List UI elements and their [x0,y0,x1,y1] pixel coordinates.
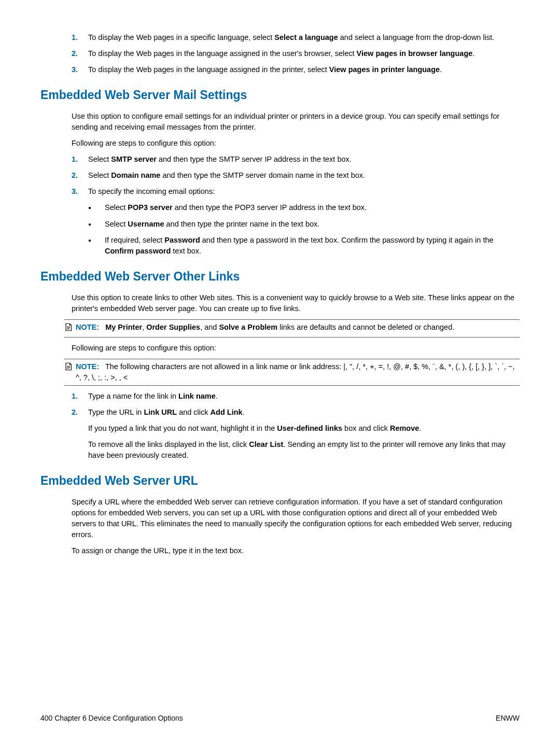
bullet-item: ● Select POP3 server and then type the P… [88,202,520,213]
bullet-icon: ● [88,235,105,257]
list-item: 2. Select Domain name and then type the … [72,170,520,181]
paragraph: To assign or change the URL, type it in … [72,545,520,556]
paragraph: If you typed a link that you do not want… [88,423,520,434]
list-text: Type a name for the link in Link name. [88,391,520,402]
paragraph: Following are steps to configure this op… [72,138,520,149]
bullet-icon: ● [88,219,105,230]
bullet-icon: ● [88,202,105,213]
list-number: 1. [72,32,88,43]
list-number: 2. [72,170,88,181]
list-item: 2. Type the URL in Link URL and click Ad… [72,407,520,418]
list-item: 1. Type a name for the link in Link name… [72,391,520,402]
list-item: 1. Select SMTP server and then type the … [72,154,520,165]
list-text: To display the Web pages in the language… [88,64,520,75]
note-text: NOTE: My Printer, Order Supplies, and So… [76,322,520,335]
list-text: To specify the incoming email options: [88,186,520,197]
paragraph: Specify a URL where the embedded Web ser… [72,497,520,540]
list-number: 2. [72,407,88,418]
list-number: 2. [72,48,88,59]
page-footer: 400 Chapter 6 Device Configuration Optio… [40,713,520,723]
list-item: 1. To display the Web pages in a specifi… [72,32,520,43]
paragraph: Use this option to create links to other… [72,292,520,314]
list-number: 1. [72,391,88,402]
list-text: To display the Web pages in a specific l… [88,32,520,43]
list-text: To display the Web pages in the language… [88,48,520,59]
heading-ews-url: Embedded Web Server URL [40,472,520,489]
note-text: NOTE: The following characters are not a… [76,361,520,383]
list-text: Select Domain name and then type the SMT… [88,170,520,181]
bullet-item: ● If required, select Password and then … [88,235,520,257]
list-text: Type the URL in Link URL and click Add L… [88,407,520,418]
list-text: Select SMTP server and then type the SMT… [88,154,520,165]
note-icon [64,322,76,335]
note: NOTE: The following characters are not a… [64,359,520,386]
bullet-text: If required, select Password and then ty… [105,235,520,257]
footer-left: 400 Chapter 6 Device Configuration Optio… [40,713,183,723]
bullet-text: Select Username and then type the printe… [105,219,520,230]
list-item: 3. To specify the incoming email options… [72,186,520,197]
heading-mail-settings: Embedded Web Server Mail Settings [40,87,520,104]
page: 1. To display the Web pages in a specifi… [0,0,560,745]
list-number: 1. [72,154,88,165]
note: NOTE: My Printer, Order Supplies, and So… [64,319,520,338]
bullet-item: ● Select Username and then type the prin… [88,219,520,230]
list-number: 3. [72,64,88,75]
list-number: 3. [72,186,88,197]
bullet-text: Select POP3 server and then type the POP… [105,202,520,213]
note-icon [64,362,76,383]
footer-right: ENWW [496,713,520,723]
paragraph: Use this option to configure email setti… [72,111,520,133]
list-item: 2. To display the Web pages in the langu… [72,48,520,59]
paragraph: To remove all the links displayed in the… [88,439,520,461]
heading-other-links: Embedded Web Server Other Links [40,268,520,285]
paragraph: Following are steps to configure this op… [72,343,520,354]
list-item: 3. To display the Web pages in the langu… [72,64,520,75]
